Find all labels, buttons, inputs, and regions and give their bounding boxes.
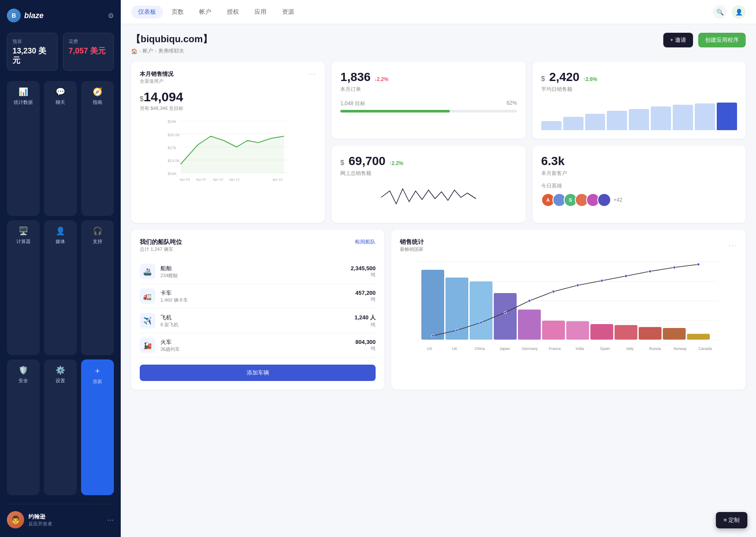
- avatar: 👨: [7, 511, 24, 528]
- ship-amount: 2,345,500: [351, 265, 376, 272]
- svg-point-49: [552, 290, 555, 293]
- svg-point-53: [649, 270, 652, 273]
- svg-text:$10K: $10K: [168, 172, 177, 176]
- hero-count: +42: [614, 197, 622, 203]
- tab-account[interactable]: 帐户: [192, 6, 218, 19]
- sidebar-item-support[interactable]: 🎧 支持: [81, 220, 114, 355]
- sales-stats-more[interactable]: ···: [729, 238, 737, 253]
- ship-icon: 🚢: [140, 264, 155, 279]
- user-profile: 👨 约翰逊 反应开发者 ⋯: [7, 504, 114, 528]
- orders-label: 本月订单: [340, 86, 517, 93]
- avg-daily-value: $ 2,420 ↑2.6%: [541, 70, 737, 84]
- user-menu-icon[interactable]: ⋯: [107, 516, 114, 524]
- chat-icon: 💬: [56, 87, 65, 97]
- sidebar-item-add[interactable]: ＋ 添新: [81, 359, 114, 495]
- chat-label: 聊天: [56, 99, 65, 106]
- fleet-link[interactable]: 检阅船队: [355, 238, 376, 246]
- svg-point-47: [504, 311, 507, 314]
- avg-daily-card: $ 2,420 ↑2.6% 平均日销售额: [533, 62, 746, 139]
- svg-rect-37: [542, 321, 565, 340]
- svg-rect-40: [615, 325, 637, 340]
- total-sales-label: 网上总销售额: [340, 170, 517, 177]
- svg-rect-42: [663, 328, 686, 340]
- sales-chart: 8006004002000100%80%60%40%20%0%: [417, 258, 718, 344]
- svg-rect-35: [494, 293, 517, 340]
- svg-point-52: [625, 275, 627, 277]
- svg-marker-10: [181, 136, 284, 173]
- invite-button[interactable]: + 邀请: [663, 33, 693, 47]
- train-name: 火车: [160, 338, 355, 346]
- tab-resources[interactable]: 资源: [275, 6, 301, 19]
- sidebar-item-media[interactable]: 👤 媒体: [44, 220, 77, 355]
- sidebar-item-chat[interactable]: 💬 聊天: [44, 81, 77, 216]
- tab-dashboard[interactable]: 仪表板: [131, 6, 163, 19]
- svg-point-44: [432, 334, 434, 337]
- fleet-item-truck: 🚛 卡车 1,460 辆卡车 457,200 吨: [140, 284, 376, 309]
- monthly-sales-more[interactable]: ···: [308, 70, 316, 78]
- svg-point-51: [601, 279, 603, 282]
- fleet-header: 我们的船队吨位 总计 1,247 辆车 检阅船队: [140, 238, 376, 253]
- svg-text:$20.5K: $20.5K: [168, 133, 180, 137]
- orders-value: 1,836 ↓2.2%: [340, 70, 517, 84]
- svg-point-55: [697, 263, 700, 265]
- svg-text:$13.5K: $13.5K: [168, 159, 180, 163]
- ss-subtitle: 最畅销国家: [400, 246, 424, 253]
- sidebar-item-analytics[interactable]: 📊 统计数据: [7, 81, 40, 216]
- svg-point-54: [673, 266, 675, 269]
- fleet-subtitle: 总计 1,247 辆车: [140, 246, 182, 253]
- create-app-button[interactable]: 创建应用程序: [698, 33, 746, 47]
- sidebar-item-settings[interactable]: ⚙️ 设置: [44, 359, 77, 495]
- add-vehicle-button[interactable]: 添加车辆: [140, 365, 376, 381]
- total-sales-value: $ 69,700 ↑2.2%: [340, 154, 517, 168]
- page-title: 【biqubiqu.com】: [131, 33, 212, 46]
- svg-rect-41: [639, 327, 662, 340]
- total-sales-card: $ 69,700 ↑2.2% 网上总销售额: [332, 146, 525, 223]
- truck-icon: 🚛: [140, 288, 155, 304]
- fleet-card: 我们的船队吨位 总计 1,247 辆车 检阅船队 🚢 船舶 234艘舰 2,34…: [131, 230, 384, 390]
- progress-pct: 62%: [507, 100, 517, 107]
- new-customers-card: 6.3k 本月新客户 今日英雄 A S +42: [533, 146, 746, 223]
- sales-chart-container: 8006004002000100%80%60%40%20%0% USUKChin…: [400, 258, 737, 361]
- progress-label: 1,048 目标: [340, 100, 365, 107]
- avg-daily-label: 平均日销售额: [541, 86, 737, 93]
- monthly-sales-card: 本月销售情况 全渠道用户 ··· $14,094 另有 $48,346 至目标 …: [131, 62, 325, 223]
- svg-rect-39: [590, 324, 613, 340]
- svg-point-48: [528, 300, 531, 302]
- svg-rect-36: [518, 309, 541, 340]
- logo-text: blaze: [24, 11, 44, 20]
- page-header-left: 【biqubiqu.com】 🏠 › 帐户 › 奥弗维耶夫: [131, 33, 212, 55]
- tab-pages[interactable]: 页数: [165, 6, 191, 19]
- monthly-sales-remaining: 另有 $48,346 至目标: [140, 105, 316, 112]
- sidebar-item-security[interactable]: 🛡️ 安全: [7, 359, 40, 495]
- logo-icon: B: [7, 9, 21, 22]
- plane-unit: 吨: [354, 322, 376, 328]
- settings-label: 设置: [56, 378, 65, 384]
- orders-card: 1,836 ↓2.2% 本月订单 1,048 目标 62%: [332, 62, 525, 139]
- breadcrumb: 🏠 › 帐户 › 奥弗维耶夫: [131, 47, 212, 55]
- progress-bar: [340, 110, 517, 112]
- sidebar-item-guide[interactable]: 🧭 指南: [81, 81, 114, 216]
- top-nav: 仪表板 页数 帐户 授权 应用 资源 🔍 👤: [121, 0, 756, 24]
- orders-badge: ↓2.2%: [374, 76, 388, 82]
- calculator-label: 计算器: [16, 238, 31, 245]
- tab-auth[interactable]: 授权: [220, 6, 246, 19]
- media-label: 媒体: [56, 238, 65, 245]
- avg-daily-badge: ↑2.6%: [583, 76, 597, 82]
- settings-icon[interactable]: ⚙: [108, 12, 114, 20]
- plane-amount: 1,240 人: [354, 314, 376, 322]
- tab-apps[interactable]: 应用: [248, 6, 273, 19]
- user-avatar-btn[interactable]: 👤: [732, 5, 746, 19]
- sidebar-item-calculator[interactable]: 🖥️ 计算器: [7, 220, 40, 355]
- svg-text:$24k: $24k: [168, 119, 176, 124]
- progress-fill: [340, 110, 450, 112]
- svg-rect-32: [421, 270, 444, 340]
- budget-section: 预算 13,230 美元 花费 7,057 美元: [7, 33, 114, 71]
- top-nav-actions: 🔍 👤: [713, 5, 746, 19]
- truck-amount: 457,200: [355, 290, 376, 296]
- customize-button[interactable]: ≡ 定制: [716, 512, 747, 528]
- security-icon: 🛡️: [19, 365, 28, 375]
- breadcrumb-account: 帐户: [143, 47, 153, 55]
- truck-sub: 1,460 辆卡车: [160, 297, 355, 303]
- search-button[interactable]: 🔍: [713, 5, 727, 19]
- plane-icon: ✈️: [140, 313, 155, 328]
